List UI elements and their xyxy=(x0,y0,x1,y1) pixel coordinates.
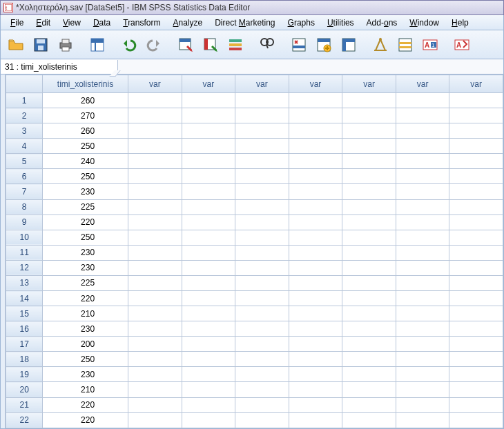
column-header-var[interactable]: var xyxy=(182,75,235,93)
empty-cell[interactable] xyxy=(396,93,449,108)
empty-cell[interactable] xyxy=(449,184,503,199)
empty-cell[interactable] xyxy=(396,291,449,306)
empty-cell[interactable] xyxy=(342,367,396,382)
empty-cell[interactable] xyxy=(396,169,449,184)
row-header[interactable]: 10 xyxy=(6,230,43,245)
empty-cell[interactable] xyxy=(182,214,235,230)
menu-graphs[interactable]: Graphs xyxy=(282,17,320,29)
empty-cell[interactable] xyxy=(128,245,182,260)
empty-cell[interactable] xyxy=(396,245,449,260)
empty-cell[interactable] xyxy=(289,154,342,169)
row-header[interactable]: 8 xyxy=(6,199,43,214)
empty-cell[interactable] xyxy=(289,108,342,123)
table-row[interactable]: 11230 xyxy=(6,245,503,260)
data-cell[interactable]: 270 xyxy=(42,108,128,123)
column-header-var[interactable]: var xyxy=(128,75,182,93)
empty-cell[interactable] xyxy=(449,154,503,169)
empty-cell[interactable] xyxy=(396,184,449,199)
column-header-var[interactable]: var xyxy=(342,75,396,93)
table-row[interactable]: 15210 xyxy=(6,306,503,321)
empty-cell[interactable] xyxy=(235,93,289,108)
empty-cell[interactable] xyxy=(449,93,503,108)
table-row[interactable]: 13225 xyxy=(6,275,503,290)
empty-cell[interactable] xyxy=(182,245,235,260)
empty-cell[interactable] xyxy=(289,306,342,321)
empty-cell[interactable] xyxy=(128,397,182,412)
empty-cell[interactable] xyxy=(182,412,235,428)
data-cell[interactable]: 220 xyxy=(42,291,128,306)
empty-cell[interactable] xyxy=(128,154,182,169)
table-row[interactable]: 8225 xyxy=(6,199,503,214)
empty-cell[interactable] xyxy=(289,230,342,245)
empty-cell[interactable] xyxy=(289,93,342,108)
empty-cell[interactable] xyxy=(342,337,396,352)
row-header[interactable]: 16 xyxy=(6,321,43,337)
empty-cell[interactable] xyxy=(396,123,449,139)
empty-cell[interactable] xyxy=(396,230,449,245)
empty-cell[interactable] xyxy=(342,199,396,214)
empty-cell[interactable] xyxy=(342,139,396,154)
column-header-data[interactable]: timi_xolisterinis xyxy=(42,75,128,93)
empty-cell[interactable] xyxy=(396,397,449,412)
empty-cell[interactable] xyxy=(128,275,182,290)
empty-cell[interactable] xyxy=(235,123,289,139)
empty-cell[interactable] xyxy=(235,367,289,382)
menu-data[interactable]: Data xyxy=(88,17,116,29)
empty-cell[interactable] xyxy=(342,397,396,412)
row-header[interactable]: 5 xyxy=(6,154,43,169)
row-header[interactable]: 18 xyxy=(6,352,43,367)
table-row[interactable]: 7230 xyxy=(6,184,503,199)
data-cell[interactable]: 230 xyxy=(42,260,128,275)
empty-cell[interactable] xyxy=(128,291,182,306)
data-cell[interactable]: 260 xyxy=(42,123,128,139)
data-cell[interactable]: 250 xyxy=(42,230,128,245)
data-cell[interactable]: 260 xyxy=(42,93,128,108)
undo-icon[interactable] xyxy=(118,34,140,56)
table-row[interactable]: 1260 xyxy=(6,93,503,108)
empty-cell[interactable] xyxy=(342,184,396,199)
empty-cell[interactable] xyxy=(182,123,235,139)
empty-cell[interactable] xyxy=(449,123,503,139)
row-header[interactable]: 9 xyxy=(6,214,43,230)
table-row[interactable]: 22220 xyxy=(6,412,503,428)
empty-cell[interactable] xyxy=(182,199,235,214)
empty-cell[interactable] xyxy=(396,214,449,230)
empty-cell[interactable] xyxy=(182,154,235,169)
empty-cell[interactable] xyxy=(182,291,235,306)
data-cell[interactable]: 210 xyxy=(42,382,128,397)
empty-cell[interactable] xyxy=(396,352,449,367)
empty-cell[interactable] xyxy=(449,397,503,412)
row-header[interactable]: 13 xyxy=(6,275,43,290)
empty-cell[interactable] xyxy=(449,412,503,428)
empty-cell[interactable] xyxy=(289,382,342,397)
cell-reference[interactable]: 31 : timi_xolisterinis xyxy=(1,60,118,74)
empty-cell[interactable] xyxy=(449,245,503,260)
table-row[interactable]: 14220 xyxy=(6,291,503,306)
empty-cell[interactable] xyxy=(182,337,235,352)
empty-cell[interactable] xyxy=(396,275,449,290)
table-row[interactable]: 16230 xyxy=(6,321,503,337)
print-icon[interactable] xyxy=(55,34,77,56)
table-row[interactable]: 6250 xyxy=(6,169,503,184)
empty-cell[interactable] xyxy=(289,260,342,275)
data-cell[interactable]: 230 xyxy=(42,245,128,260)
empty-cell[interactable] xyxy=(449,260,503,275)
empty-cell[interactable] xyxy=(342,169,396,184)
data-cell[interactable]: 220 xyxy=(42,397,128,412)
empty-cell[interactable] xyxy=(235,230,289,245)
data-cell[interactable]: 230 xyxy=(42,184,128,199)
row-header[interactable]: 6 xyxy=(6,169,43,184)
empty-cell[interactable] xyxy=(235,154,289,169)
table-row[interactable]: 18250 xyxy=(6,352,503,367)
empty-cell[interactable] xyxy=(235,291,289,306)
weight-icon[interactable] xyxy=(369,34,391,56)
empty-cell[interactable] xyxy=(342,245,396,260)
empty-cell[interactable] xyxy=(235,108,289,123)
row-header[interactable]: 12 xyxy=(6,260,43,275)
empty-cell[interactable] xyxy=(289,245,342,260)
empty-cell[interactable] xyxy=(289,139,342,154)
empty-cell[interactable] xyxy=(182,367,235,382)
table-row[interactable]: 3260 xyxy=(6,123,503,139)
data-cell[interactable]: 240 xyxy=(42,154,128,169)
empty-cell[interactable] xyxy=(449,352,503,367)
